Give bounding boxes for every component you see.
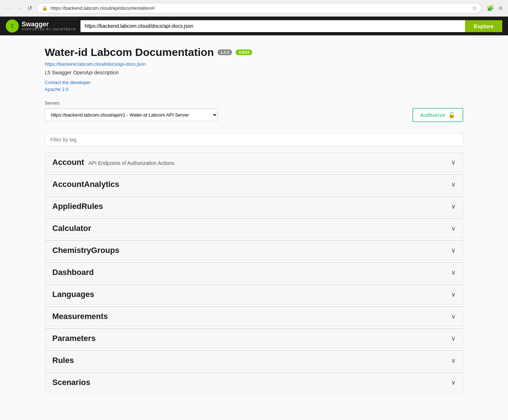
tag-section: Calculator∨ <box>45 218 463 240</box>
refresh-button[interactable]: ↺ <box>26 4 34 12</box>
tag-section: AccountAPI Endpoints of Authorization Ac… <box>45 152 463 174</box>
tag-name: Calculator <box>52 224 91 233</box>
contact-developer-link[interactable]: Contact the developer <box>45 80 463 85</box>
tag-left: Calculator <box>52 224 91 233</box>
tag-name: Measurements <box>52 312 108 321</box>
tag-section: Languages∨ <box>45 284 463 306</box>
lock-icon: 🔓 <box>448 111 455 118</box>
tag-left: AppliedRules <box>52 202 103 211</box>
oas-badge: OAS3 <box>236 49 252 55</box>
tag-left: AccountAPI Endpoints of Authorization Ac… <box>52 158 174 167</box>
tag-header[interactable]: Scenarios∨ <box>45 372 463 393</box>
tag-section: AccountAnalytics∨ <box>45 174 463 196</box>
tag-name: AccountAnalytics <box>52 180 119 189</box>
servers-label: Servers <box>45 101 463 106</box>
chevron-down-icon: ∨ <box>451 202 456 210</box>
tag-name: Dashboard <box>52 268 94 277</box>
tag-left: Measurements <box>52 312 108 321</box>
authorize-label: Authorize <box>420 112 445 118</box>
browser-chrome: ← → ↺ 🔒 ☆ 🧩 ≡ <box>0 0 508 17</box>
chevron-down-icon: ∨ <box>451 268 456 276</box>
servers-row: https://backend.labcom.cloud/api/v1 - Wa… <box>45 108 463 122</box>
swagger-logo-icon <box>6 19 19 32</box>
chevron-down-icon: ∨ <box>451 246 456 254</box>
tag-section: Measurements∨ <box>45 306 463 328</box>
tag-header[interactable]: Rules∨ <box>45 350 463 371</box>
tag-left: Dashboard <box>52 268 94 277</box>
chevron-down-icon: ∨ <box>451 158 456 166</box>
tag-name: Rules <box>52 356 74 365</box>
chevron-down-icon: ∨ <box>451 290 456 298</box>
api-title: Water-id Labcom Documentation <box>45 46 214 58</box>
chevron-down-icon: ∨ <box>451 312 456 320</box>
swagger-header: Swagger SUPPORTED BY SMARTBEAR Explore <box>0 17 508 35</box>
license-link[interactable]: Apache 2.0 <box>45 87 463 92</box>
tag-header[interactable]: Parameters∨ <box>45 328 463 349</box>
swagger-url-input[interactable] <box>80 20 465 32</box>
swagger-logo-text: Swagger <box>22 21 76 27</box>
tag-header[interactable]: AppliedRules∨ <box>45 196 463 216</box>
chevron-down-icon: ∨ <box>451 334 456 342</box>
tag-header[interactable]: Dashboard∨ <box>45 262 463 283</box>
chevron-down-icon: ∨ <box>451 224 456 232</box>
tag-name: ChemistryGroups <box>52 246 119 255</box>
forward-button[interactable]: → <box>15 4 24 12</box>
tag-section: Dashboard∨ <box>45 262 463 284</box>
address-bar-container: 🔒 ☆ <box>37 3 482 13</box>
tag-section: Parameters∨ <box>45 328 463 350</box>
servers-section: Servers https://backend.labcom.cloud/api… <box>45 101 463 122</box>
api-title-row: Water-id Labcom Documentation 1.0.0 OAS3 <box>45 46 463 58</box>
chevron-down-icon: ∨ <box>451 356 456 364</box>
version-badge: 1.0.0 <box>218 49 232 55</box>
tag-description: API Endpoints of Authorization Actions <box>88 160 174 166</box>
tag-header[interactable]: Languages∨ <box>45 284 463 305</box>
tag-name: Languages <box>52 290 94 299</box>
tag-section: Rules∨ <box>45 350 463 372</box>
tag-section: ChemistryGroups∨ <box>45 240 463 262</box>
tag-name: Account <box>52 158 84 167</box>
tag-header[interactable]: AccountAnalytics∨ <box>45 174 463 194</box>
tag-section: Scenarios∨ <box>45 372 463 394</box>
tag-header[interactable]: Calculator∨ <box>45 218 463 239</box>
swagger-url-bar: Explore <box>80 20 502 32</box>
tag-left: Languages <box>52 290 94 299</box>
tag-name: Scenarios <box>52 378 90 387</box>
chevron-down-icon: ∨ <box>451 180 456 188</box>
tag-header[interactable]: ChemistryGroups∨ <box>45 240 463 261</box>
back-button[interactable]: ← <box>4 4 13 12</box>
authorize-button[interactable]: Authorize 🔓 <box>412 108 463 122</box>
api-url-link[interactable]: https://backend.labcom.cloud/docs/api-do… <box>45 61 463 67</box>
filter-input[interactable] <box>45 133 463 146</box>
tag-header[interactable]: AccountAPI Endpoints of Authorization Ac… <box>45 152 463 172</box>
swagger-logo-subtext: SUPPORTED BY SMARTBEAR <box>22 27 76 31</box>
tag-name: Parameters <box>52 334 96 343</box>
tag-left: Rules <box>52 356 74 365</box>
explore-button[interactable]: Explore <box>465 20 502 32</box>
menu-button[interactable]: ≡ <box>498 4 504 12</box>
svg-point-0 <box>9 22 16 30</box>
security-icon: 🔒 <box>42 5 48 11</box>
swagger-icon <box>8 22 16 30</box>
server-select[interactable]: https://backend.labcom.cloud/api/v1 - Wa… <box>45 109 218 121</box>
tag-left: Parameters <box>52 334 96 343</box>
address-bar[interactable] <box>51 5 469 11</box>
browser-actions: 🧩 ≡ <box>485 4 504 12</box>
tag-left: Scenarios <box>52 378 90 387</box>
main-content: Water-id Labcom Documentation 1.0.0 OAS3… <box>38 35 470 405</box>
nav-buttons: ← → ↺ <box>4 4 34 12</box>
chevron-down-icon: ∨ <box>451 379 456 386</box>
tag-sections: AccountAPI Endpoints of Authorization Ac… <box>45 152 463 394</box>
extensions-button[interactable]: 🧩 <box>485 4 495 12</box>
tag-left: AccountAnalytics <box>52 180 119 189</box>
tag-section: AppliedRules∨ <box>45 196 463 218</box>
tag-header[interactable]: Measurements∨ <box>45 306 463 327</box>
bookmark-button[interactable]: ☆ <box>472 5 477 12</box>
swagger-logo: Swagger SUPPORTED BY SMARTBEAR <box>6 19 76 32</box>
tag-name: AppliedRules <box>52 202 103 211</box>
tag-left: ChemistryGroups <box>52 246 119 255</box>
api-description: L5 Swagger OpenApi description <box>45 70 463 75</box>
